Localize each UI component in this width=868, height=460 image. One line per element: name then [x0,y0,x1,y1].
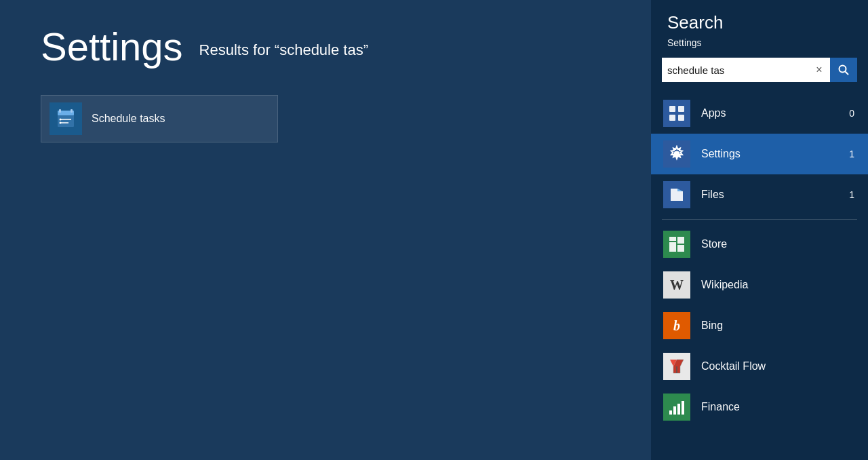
search-input[interactable] [662,58,808,82]
store-icon [663,231,690,258]
svg-rect-24 [669,410,672,415]
main-content: Settings Results for “schedule tas” Sche… [0,0,651,460]
sidebar-item-wikipedia[interactable]: W Wikipedia [651,265,868,305]
files-label: Files [701,189,849,201]
search-sidebar: Search Settings × [651,0,868,460]
svg-rect-17 [669,242,676,252]
svg-rect-27 [682,401,684,415]
svg-rect-14 [678,115,684,121]
sidebar-item-files[interactable]: Files 1 [651,174,868,215]
apps-icon [663,100,690,127]
finance-icon [663,394,690,421]
search-panel-title: Search [651,12,868,37]
svg-rect-20 [669,237,676,241]
search-icon [837,64,850,76]
svg-rect-13 [669,115,675,121]
cocktail-label: Cocktail Flow [701,360,854,372]
svg-rect-19 [677,245,684,252]
bing-label: Bing [701,320,854,332]
sidebar-item-apps[interactable]: Apps 0 [651,93,868,134]
settings-icon [663,140,690,168]
sidebar-item-finance[interactable]: Finance [651,387,868,427]
svg-point-9 [840,66,846,73]
sidebar-item-store[interactable]: Store [651,224,868,265]
svg-rect-25 [673,406,676,415]
cocktail-icon [663,353,690,380]
svg-point-6 [60,122,62,124]
settings-count: 1 [849,149,854,159]
finance-label: Finance [701,401,854,413]
svg-point-5 [60,119,62,121]
clear-icon: × [816,64,822,76]
category-divider [662,219,857,220]
svg-rect-12 [678,106,684,112]
schedule-tasks-item[interactable]: Schedule tasks [41,95,278,142]
wikipedia-icon: W [663,271,690,299]
search-go-button[interactable] [830,58,857,82]
svg-rect-11 [669,106,675,112]
svg-rect-26 [677,404,680,415]
page-title: Settings [41,27,183,66]
sidebar-item-cocktail[interactable]: Cocktail Flow [651,346,868,387]
category-list: Apps 0 Settings 1 [651,93,868,460]
files-icon [663,181,690,208]
results-label: Results for “schedule tas” [199,41,368,59]
svg-rect-18 [677,237,684,244]
apps-label: Apps [701,107,849,119]
search-clear-button[interactable]: × [808,58,830,82]
apps-count: 0 [849,108,854,119]
result-item-label: Schedule tasks [92,113,165,125]
files-count: 1 [849,189,854,200]
settings-label: Settings [701,148,849,160]
sidebar-item-settings[interactable]: Settings 1 [651,134,868,174]
sidebar-item-bing[interactable]: b Bing [651,305,868,346]
schedule-tasks-icon [50,102,82,135]
search-input-row: × [662,58,857,82]
store-label: Store [701,238,854,250]
search-category-label: Settings [651,37,868,55]
svg-rect-7 [59,109,61,113]
bing-icon: b [663,312,690,339]
wikipedia-label: Wikipedia [701,279,854,291]
title-row: Settings Results for “schedule tas” [41,27,610,75]
svg-line-10 [846,72,849,75]
svg-rect-8 [71,109,73,113]
